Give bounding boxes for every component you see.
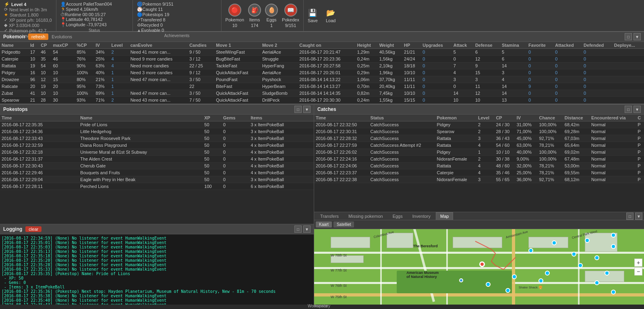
c-col-status[interactable]: Status xyxy=(369,115,435,121)
pokemon-refresh-button[interactable]: refresh xyxy=(28,33,48,40)
table-row[interactable]: Rattata19546090%63%4Need more candies22 … xyxy=(0,63,644,69)
c-col-pokemon[interactable]: Pokemon xyxy=(435,115,476,121)
log-content[interactable]: [2016-08-17 22:34:59] (None) No listener… xyxy=(0,234,314,305)
table-row[interactable]: 2016-08-17 22:31:37The Alden Crest5004 x… xyxy=(0,156,314,163)
catches-table-wrap[interactable]: Time Status Pokemon Level CP IV Chance D… xyxy=(314,115,644,212)
col-attack[interactable]: Attack xyxy=(452,42,474,49)
map-zoom-out-button[interactable]: − xyxy=(634,267,642,276)
ps-col-gems[interactable]: Gems xyxy=(222,115,249,121)
table-row[interactable]: 2016-08-17 22:22:38CatchSuccessNidoranFe… xyxy=(314,176,644,183)
col-favorite[interactable]: Favorite xyxy=(527,42,553,49)
load-button[interactable]: 📂 Load xyxy=(326,8,335,23)
pokestops-table-wrap[interactable]: Time Name XP Gems Items 2016-08-17 22:35… xyxy=(0,115,314,224)
tab-inventory[interactable]: Inventory xyxy=(408,212,435,220)
catches-minimize-button[interactable]: □ xyxy=(625,106,632,113)
col-maxcp[interactable]: maxCP xyxy=(52,42,75,49)
ps-col-xp[interactable]: XP xyxy=(203,115,222,121)
table-row[interactable]: 2016-08-17 22:27:59CatchSuccess Attempt … xyxy=(314,142,644,149)
table-row[interactable]: 2016-08-17 22:33:43Theodore Roosevelt Pa… xyxy=(0,135,314,142)
table-row[interactable]: 2016-08-17 22:29:46Bouquets and Fruits50… xyxy=(0,169,314,176)
table-row[interactable]: 2016-08-17 22:30:31CatchSuccessSpearow22… xyxy=(314,128,644,135)
table-row[interactable]: Drowzee96121580%21%1Need 47 more can...3… xyxy=(0,76,644,83)
col-move1[interactable]: Move 1 xyxy=(214,42,261,49)
table-row[interactable]: Spearow21283093%71%2Need 43 more can...7… xyxy=(0,97,644,104)
ps-col-time[interactable]: Time xyxy=(0,115,79,121)
c-col-cp[interactable]: CP xyxy=(494,115,515,121)
table-row[interactable]: Zubat411010100%89%1Need 47 more can...3 … xyxy=(0,90,644,97)
table-row[interactable]: Caterpie10354676%25%4Need 9 more candies… xyxy=(0,56,644,63)
table-row[interactable]: 2016-08-17 22:23:37CatchSuccessCaterpie4… xyxy=(314,169,644,176)
col-level[interactable]: Level xyxy=(110,42,129,49)
col-cp[interactable]: CP xyxy=(39,42,51,49)
lon-label: Longitude -73,97243 xyxy=(66,22,107,27)
col-defense[interactable]: Defense xyxy=(474,42,500,49)
col-deployed[interactable]: Deploye... xyxy=(613,42,644,49)
map-sub-tab-kaart[interactable]: Kaart xyxy=(316,221,332,228)
map-collapse-button[interactable]: ▼ xyxy=(635,213,642,220)
table-row[interactable]: 2016-08-17 22:29:04Eagle with Prey in He… xyxy=(0,176,314,183)
c-col-encountered[interactable]: Encountered via xyxy=(590,115,636,121)
col-move2[interactable]: Move 2 xyxy=(261,42,298,49)
col-candies[interactable]: Candies xyxy=(188,42,214,49)
col-attacked[interactable]: Attacked xyxy=(553,42,582,49)
col-name[interactable]: Name xyxy=(0,42,29,49)
logging-collapse-button[interactable]: ▼ xyxy=(303,225,311,233)
c-col-distance[interactable]: Distance xyxy=(563,115,590,121)
col-weight[interactable]: Weight xyxy=(378,42,402,49)
map-minimize-button[interactable]: □ xyxy=(626,213,634,220)
pokemon-ph-label: Pokemon p/h: 42,7 xyxy=(9,28,46,33)
clear-button[interactable]: clear xyxy=(25,226,41,232)
col-stamina[interactable]: Stamina xyxy=(500,42,527,49)
ps-col-name[interactable]: Name xyxy=(79,115,203,121)
tab-eggs[interactable]: Eggs xyxy=(388,212,407,220)
table-row[interactable]: Pidgey161010100%40%1Need 3 more candies9… xyxy=(0,69,644,76)
table-row[interactable]: 2016-08-17 22:28:32CatchSuccessRattata33… xyxy=(314,135,644,142)
tab-transfers[interactable]: Transfers xyxy=(316,212,343,220)
c-col-c[interactable]: C xyxy=(636,115,644,121)
col-iv[interactable]: IV xyxy=(94,42,110,49)
table-row[interactable]: 2016-08-17 22:30:43Cherub Gate5004 x Ite… xyxy=(0,163,314,169)
pokestops-minimize-button[interactable]: □ xyxy=(294,106,302,113)
table-row[interactable]: 2016-08-17 22:24:06CatchSuccessRattata44… xyxy=(314,163,644,169)
col-caught[interactable]: Caught on xyxy=(298,42,355,49)
table-row[interactable]: 2016-08-17 22:32:59Diana Ross Playground… xyxy=(0,142,314,149)
col-pcp[interactable]: %CP xyxy=(75,42,94,49)
poi-museum: American Museumof Natural History xyxy=(406,271,439,279)
col-id[interactable]: Id xyxy=(29,42,39,49)
table-row[interactable]: Pidgeotto17465485%34%2Need 41 more can..… xyxy=(0,49,644,56)
table-row[interactable]: 2016-08-17 22:35:35Pride of Lions5003 x … xyxy=(0,121,314,128)
c-col-chance[interactable]: Chance xyxy=(537,115,563,121)
table-row[interactable]: 2016-08-17 22:28:11Perched Lions10006 x … xyxy=(0,183,314,190)
logging-minimize-button[interactable]: □ xyxy=(294,225,302,233)
tab-map[interactable]: Map xyxy=(436,212,453,220)
tab-missing-pokemon[interactable]: Missing pokemon xyxy=(344,212,387,220)
workspace-section: 💾 Save 📂 Load Workspace xyxy=(304,0,340,31)
col-height[interactable]: Height xyxy=(356,42,378,49)
pokemon-minimize-button[interactable]: □ xyxy=(625,33,632,40)
table-row[interactable]: 2016-08-17 22:24:16CatchSuccessNidoranFe… xyxy=(314,156,644,163)
pokemon-collapse-button[interactable]: ▼ xyxy=(634,33,641,40)
ps-col-items[interactable]: Items xyxy=(249,115,314,121)
pokemon-inventory: 🔴 Pokemon 10 xyxy=(226,4,244,28)
pokestops-collapse-button[interactable]: ▼ xyxy=(303,106,311,113)
table-row[interactable]: 2016-08-17 22:32:18Universe Mural at 81s… xyxy=(0,149,314,156)
col-upgrades[interactable]: Upgrades xyxy=(421,42,451,49)
table-row[interactable]: 2016-08-17 22:32:50CatchSuccessPidgey224… xyxy=(314,121,644,128)
save-button[interactable]: 💾 Save xyxy=(308,8,318,23)
table-row[interactable]: Raticate20192095%73%122BiteFastHyperBeam… xyxy=(0,83,644,90)
map-zoom-in-button[interactable]: + xyxy=(634,259,642,267)
col-canevolve[interactable]: canEvolve xyxy=(129,42,188,49)
c-col-iv[interactable]: IV xyxy=(515,115,538,121)
map-sub-tab-satelliet[interactable]: Satelliet xyxy=(333,221,354,228)
pokestops-table-body: 2016-08-17 22:35:35Pride of Lions5003 x … xyxy=(0,121,314,190)
col-defended[interactable]: Defended xyxy=(582,42,613,49)
pokestops-header: Time Name XP Gems Items xyxy=(0,115,314,121)
catches-collapse-button[interactable]: ▼ xyxy=(634,106,641,113)
pokemon-table-wrap: Name Id CP maxCP %CP IV Level canEvolve … xyxy=(0,42,644,104)
table-row[interactable]: 2016-08-17 22:34:36Little Hedgehog5003 x… xyxy=(0,128,314,135)
col-hp[interactable]: HP xyxy=(402,42,421,49)
c-col-time[interactable]: Time xyxy=(314,115,369,121)
table-row[interactable]: 2016-08-17 22:26:02CatchSuccessPidgey110… xyxy=(314,149,644,156)
c-col-level[interactable]: Level xyxy=(476,115,494,121)
pokemon-inv-count: 10 xyxy=(232,23,237,28)
